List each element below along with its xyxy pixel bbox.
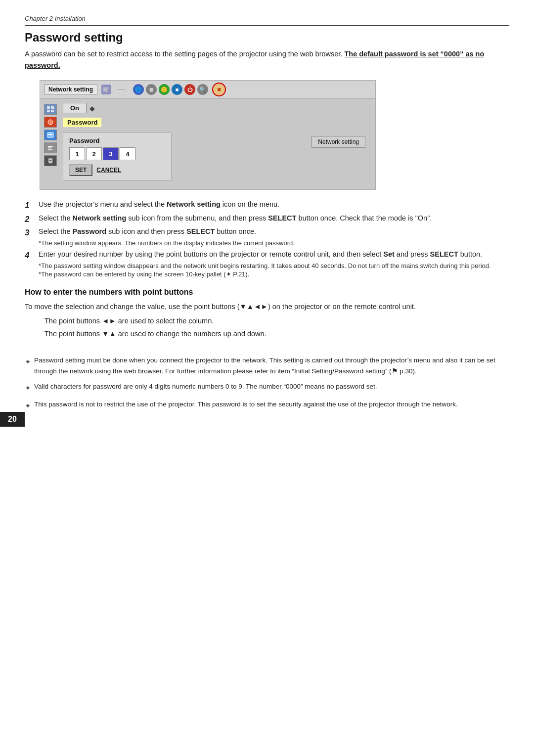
screenshot-toolbar: Network setting ---- 🌐 ▩ 🙂 ■ ⏻ 🔍 ■ bbox=[40, 81, 375, 99]
svg-point-7 bbox=[48, 120, 53, 125]
chapter-label: Chapter 2 Installation bbox=[25, 15, 509, 22]
toolbar-icon-face[interactable]: 🙂 bbox=[159, 84, 170, 95]
svg-rect-3 bbox=[47, 106, 50, 109]
step-2-bold1: Network setting bbox=[73, 214, 127, 222]
on-row: On ◆ bbox=[63, 103, 371, 113]
password-buttons: SET CANCEL bbox=[69, 164, 165, 176]
toolbar-icon-highlighted[interactable]: ■ bbox=[212, 83, 226, 96]
step-3: 3 Select the Password sub icon and then … bbox=[25, 226, 509, 237]
network-setting-badge: Network setting bbox=[312, 136, 365, 148]
digit-2[interactable]: 2 bbox=[86, 147, 102, 160]
mode-arrow-icon: ◆ bbox=[89, 104, 95, 112]
step-3-number: 3 bbox=[25, 226, 29, 239]
note-2-text: Valid characters for password are only 4… bbox=[34, 381, 377, 394]
screenshot-box: Network setting ---- 🌐 ▩ 🙂 ■ ⏻ 🔍 ■ bbox=[40, 80, 376, 190]
step-4-number: 4 bbox=[25, 249, 29, 262]
svg-rect-5 bbox=[47, 110, 50, 112]
screenshot-content: On ◆ Password Network setting Password 1… bbox=[40, 99, 375, 184]
toolbar-icon-square[interactable]: ■ bbox=[172, 84, 182, 95]
password-section: Password 1 2 3 4 SET CANCEL bbox=[63, 133, 172, 180]
sidebar-icon-5[interactable] bbox=[44, 155, 57, 166]
instructions-list: 1 Use the projector's menu and select th… bbox=[25, 199, 509, 278]
step-3-bold1: Password bbox=[73, 227, 107, 235]
notes-section: ✦ Password setting must be done when you… bbox=[25, 355, 509, 412]
toolbar-separator: ---- bbox=[117, 86, 125, 93]
toolbar-icon-power[interactable]: ⏻ bbox=[184, 84, 195, 95]
step-4-bold2: SELECT bbox=[430, 250, 458, 258]
note-3-icon: ✦ bbox=[25, 400, 31, 412]
step-2: 2 Select the Network setting sub icon fr… bbox=[25, 213, 509, 224]
sidebar-icon-4[interactable] bbox=[44, 142, 57, 153]
svg-rect-2 bbox=[103, 90, 108, 91]
section-title: Password setting bbox=[25, 31, 509, 44]
step-4: 4 Enter your desired number by using the… bbox=[25, 249, 509, 260]
step-2-number: 2 bbox=[25, 213, 29, 226]
sidebar-icon-3[interactable] bbox=[44, 130, 57, 140]
step-1-bold: Network setting bbox=[167, 200, 221, 208]
on-button[interactable]: On bbox=[63, 103, 87, 113]
toolbar-label: Network setting bbox=[44, 85, 97, 94]
toolbar-icons: 🌐 ▩ 🙂 ■ ⏻ 🔍 ■ bbox=[133, 83, 226, 96]
page-number: 20 bbox=[0, 412, 25, 427]
password-label-badge[interactable]: Password bbox=[63, 117, 102, 128]
note-1: ✦ Password setting must be done when you… bbox=[25, 355, 509, 376]
step-1-number: 1 bbox=[25, 199, 29, 212]
toolbar-icon-network[interactable]: 🌐 bbox=[133, 84, 144, 95]
sub-section-title: How to enter the numbers with point butt… bbox=[25, 288, 509, 297]
svg-rect-4 bbox=[51, 106, 54, 109]
sub-section-indented2: The point buttons ▼▲ are used to change … bbox=[25, 328, 509, 340]
svg-rect-14 bbox=[49, 160, 51, 161]
cancel-button[interactable]: CANCEL bbox=[96, 167, 121, 174]
digit-4[interactable]: 4 bbox=[120, 147, 135, 160]
svg-rect-6 bbox=[51, 110, 54, 112]
step-3-bold2: SELECT bbox=[186, 227, 215, 235]
note-2: ✦ Valid characters for password are only… bbox=[25, 381, 509, 394]
sub-section: How to enter the numbers with point butt… bbox=[25, 288, 509, 340]
intro-normal: A password can be set to restrict access… bbox=[25, 50, 342, 58]
sidebar-icon-1[interactable] bbox=[44, 104, 57, 115]
note-1-text: Password setting must be done when you c… bbox=[34, 355, 509, 376]
intro-text: A password can be set to restrict access… bbox=[25, 48, 509, 71]
sidebar-icon-2[interactable] bbox=[44, 117, 57, 128]
step-3-note: *The setting window appears. The numbers… bbox=[39, 239, 509, 247]
toolbar-icon-bar[interactable]: ▩ bbox=[146, 84, 157, 95]
note-2-icon: ✦ bbox=[25, 382, 31, 394]
step-1: 1 Use the projector's menu and select th… bbox=[25, 199, 509, 210]
note-3-text: This password is not to restrict the use… bbox=[34, 399, 458, 412]
step-2-bold2: SELECT bbox=[268, 214, 296, 222]
sub-section-indented1: The point buttons ◄► are used to select … bbox=[25, 315, 509, 327]
svg-rect-9 bbox=[48, 134, 52, 135]
digit-3[interactable]: 3 bbox=[103, 147, 119, 160]
toolbar-icon-1 bbox=[101, 85, 111, 94]
step-4-bold1: Set bbox=[383, 250, 395, 258]
toolbar-icon-search[interactable]: 🔍 bbox=[197, 84, 208, 95]
note-1-icon: ✦ bbox=[25, 356, 31, 376]
svg-rect-0 bbox=[103, 88, 109, 89]
set-button[interactable]: SET bbox=[69, 164, 92, 176]
digit-1[interactable]: 1 bbox=[69, 147, 85, 160]
sidebar-icons bbox=[44, 103, 59, 180]
step-4-note2: *The password can be entered by using th… bbox=[39, 270, 509, 278]
svg-rect-1 bbox=[103, 89, 107, 90]
password-section-title: Password bbox=[69, 137, 165, 144]
step-4-note1: *The password setting window disappears … bbox=[39, 262, 509, 269]
sub-section-text1: To move the selection and change the val… bbox=[25, 301, 509, 313]
password-digits: 1 2 3 4 bbox=[69, 147, 165, 160]
note-3: ✦ This password is not to restrict the u… bbox=[25, 399, 509, 412]
main-ui-area: On ◆ Password Network setting Password 1… bbox=[63, 103, 371, 180]
